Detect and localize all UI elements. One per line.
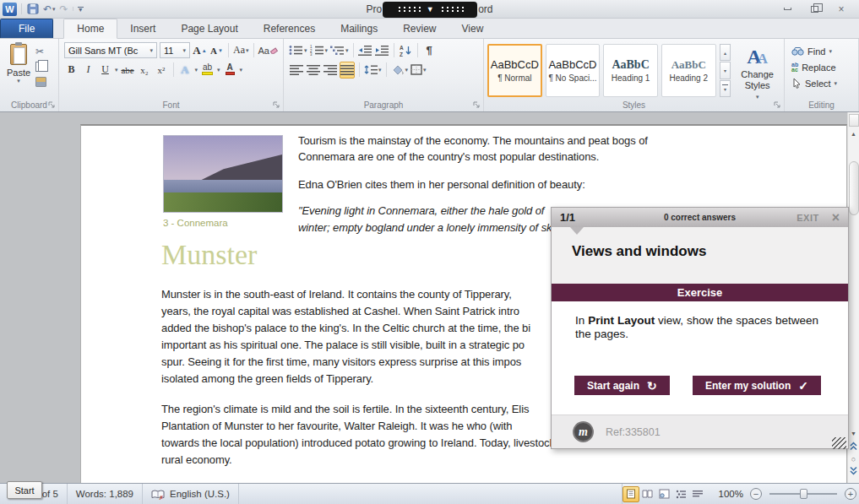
paste-button[interactable]: Paste ▾: [2, 41, 35, 99]
grow-font-button[interactable]: A▲: [193, 42, 207, 59]
connemara-photo[interactable]: [163, 135, 283, 213]
font-dialog-launcher[interactable]: [273, 101, 280, 109]
font-name-combo[interactable]: Gill Sans MT (Bc▾: [64, 42, 157, 58]
align-right-button[interactable]: [323, 62, 337, 79]
scroll-up-icon[interactable]: ▲: [848, 127, 859, 139]
numbering-button[interactable]: 123 ▾: [310, 42, 329, 59]
drag-handle[interactable]: ▼: [383, 2, 477, 18]
show-hide-pilcrow-button[interactable]: ¶: [422, 42, 437, 59]
font-color-button[interactable]: A: [223, 62, 237, 79]
style-heading-2[interactable]: AaBbC Heading 2: [661, 44, 716, 97]
save-icon[interactable]: [27, 3, 39, 14]
borders-button[interactable]: ▾: [410, 62, 427, 79]
resize-handle[interactable]: [832, 437, 846, 449]
text-effects-dropdown[interactable]: ▾: [195, 67, 198, 73]
find-button[interactable]: Find▾: [786, 43, 856, 59]
copy-icon[interactable]: [35, 60, 46, 73]
close-icon[interactable]: ×: [832, 212, 840, 224]
change-styles-button[interactable]: AA Change Styles ▾: [734, 44, 780, 97]
clipboard-dialog-launcher[interactable]: [48, 101, 56, 109]
web-layout-view-button[interactable]: [656, 486, 673, 502]
zoom-level[interactable]: 100%: [719, 489, 743, 499]
cut-icon[interactable]: ✂: [35, 45, 46, 58]
shading-button[interactable]: ▾: [391, 62, 409, 79]
justify-button[interactable]: [340, 62, 355, 79]
subscript-button[interactable]: x₂: [138, 62, 152, 79]
align-center-button[interactable]: [306, 62, 320, 79]
italic-button[interactable]: I: [81, 62, 95, 79]
language-status[interactable]: ✗ English (U.S.): [143, 484, 239, 504]
undo-icon[interactable]: ↶▾: [43, 4, 56, 14]
enter-my-solution-button[interactable]: Enter my solution ✓: [693, 376, 821, 395]
word-count-status[interactable]: Words: 1,889: [68, 484, 143, 504]
style-heading-1[interactable]: AaBbC Heading 1: [603, 44, 658, 97]
highlight-dropdown[interactable]: ▾: [217, 67, 220, 73]
tab-mailings[interactable]: Mailings: [328, 19, 390, 38]
view-ruler-button[interactable]: [849, 114, 859, 127]
full-screen-reading-view-button[interactable]: [639, 486, 656, 502]
styles-scroll-down[interactable]: ▾: [720, 62, 731, 79]
zoom-in-button[interactable]: +: [845, 488, 856, 500]
change-case-button[interactable]: Aa▾: [233, 42, 249, 59]
highlight-button[interactable]: ab: [200, 62, 215, 79]
scroll-down-icon[interactable]: ▼: [848, 427, 859, 439]
tab-home[interactable]: Home: [63, 19, 117, 39]
bold-button[interactable]: B: [64, 62, 79, 79]
decrease-indent-button[interactable]: [358, 42, 372, 59]
tab-file[interactable]: File: [0, 19, 53, 38]
zoom-out-button[interactable]: −: [750, 488, 762, 500]
vertical-scrollbar[interactable]: ▲ ▼ ○: [847, 112, 859, 483]
tab-view[interactable]: View: [449, 19, 497, 38]
exercise-panel-header[interactable]: 1/1 0 correct answers EXIT ×: [552, 208, 848, 227]
paragraph-dialog-launcher[interactable]: [473, 101, 481, 109]
superscript-button[interactable]: x²: [155, 62, 169, 79]
select-button[interactable]: Select▾: [786, 75, 856, 91]
close-button[interactable]: ×: [830, 3, 852, 16]
previous-page-button[interactable]: [849, 442, 858, 453]
scrollbar-thumb[interactable]: [849, 161, 859, 215]
minimize-button[interactable]: [776, 3, 798, 16]
font-size-combo[interactable]: 11▾: [160, 42, 190, 58]
styles-dialog-launcher[interactable]: [774, 101, 781, 109]
restore-button[interactable]: [803, 3, 825, 16]
exit-button[interactable]: EXIT: [796, 213, 818, 223]
next-page-button[interactable]: [849, 466, 858, 478]
sort-button[interactable]: AZ: [399, 42, 413, 59]
font-color-dropdown[interactable]: ▾: [240, 67, 243, 73]
bullets-button[interactable]: ▾: [289, 42, 307, 59]
line-spacing-button[interactable]: ▾: [364, 62, 382, 79]
draft-view-button[interactable]: [690, 486, 707, 502]
outline-view-button[interactable]: [673, 486, 690, 502]
customize-qat-icon[interactable]: ▾: [73, 7, 84, 11]
replace-button[interactable]: abac Replace: [786, 59, 856, 75]
clear-formatting-button[interactable]: Aa: [258, 42, 278, 59]
style-normal[interactable]: AaBbCcD ¶ Normal: [487, 44, 542, 97]
multilevel-list-button[interactable]: ▾: [330, 42, 349, 59]
underline-dropdown[interactable]: ▾: [115, 67, 118, 73]
checkmark-icon: ✓: [798, 379, 808, 393]
select-browse-object-button[interactable]: ○: [851, 456, 856, 463]
format-painter-icon[interactable]: [35, 75, 46, 89]
style-no-spacing[interactable]: AaBbCcD ¶ No Spaci...: [546, 44, 601, 97]
tab-page-layout[interactable]: Page Layout: [168, 19, 250, 38]
tab-references[interactable]: References: [251, 19, 328, 38]
styles-scroll-up[interactable]: ▴: [720, 44, 731, 61]
text-effects-button[interactable]: A: [178, 62, 193, 79]
shrink-font-button[interactable]: A▼: [209, 42, 224, 59]
zoom-slider[interactable]: [769, 493, 837, 495]
strikethrough-button[interactable]: abe: [121, 62, 135, 79]
styles-gallery-more[interactable]: ▾: [720, 80, 731, 97]
tab-review[interactable]: Review: [390, 19, 449, 38]
underline-button[interactable]: U: [98, 62, 112, 79]
redo-icon[interactable]: ↷: [60, 4, 68, 14]
exercise-instruction: In Print Layout view, show the spaces be…: [575, 314, 818, 341]
start-again-button[interactable]: Start again ↻: [574, 376, 670, 395]
align-left-button[interactable]: [289, 62, 303, 79]
zoom-slider-thumb[interactable]: [800, 489, 807, 499]
print-layout-view-button[interactable]: [623, 486, 639, 502]
start-button[interactable]: Start: [7, 481, 42, 499]
increase-indent-button[interactable]: [375, 42, 389, 59]
tab-insert[interactable]: Insert: [117, 19, 168, 38]
word-app-icon[interactable]: W: [3, 3, 17, 16]
svg-text:3: 3: [310, 52, 313, 56]
